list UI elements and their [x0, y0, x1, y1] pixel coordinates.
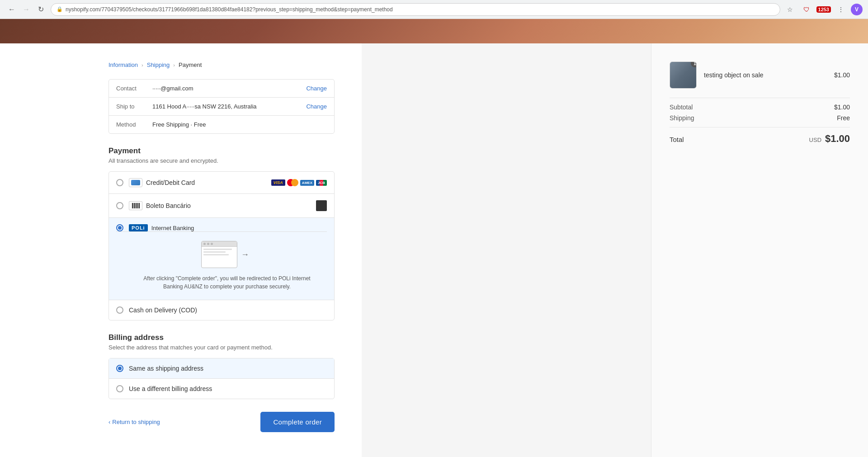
billing-subtitle: Select the address that matches your car… — [108, 344, 335, 351]
ship-to-row: Ship to 1161 Hood A·····sa NSW 2216, Aus… — [109, 98, 334, 116]
divider-2 — [670, 127, 850, 127]
back-arrow-icon: ‹ — [108, 419, 110, 425]
complete-order-button[interactable]: Complete order — [260, 412, 335, 432]
poli-option-header: POLi Internet Banking — [116, 224, 327, 231]
browser-chrome: ← → ↻ 🔒 nyshopify.com/7704379505/checkou… — [0, 0, 868, 19]
method-value: Free Shipping · Free — [152, 121, 327, 128]
boleto-icon — [129, 201, 142, 210]
contact-change-link[interactable]: Change — [306, 85, 327, 92]
boleto-radio — [116, 202, 123, 209]
footer-actions: ‹ Return to shipping Complete order — [108, 412, 335, 432]
cod-name: Cash on Delivery (COD) — [129, 306, 327, 314]
shipping-cost-label: Shipping — [670, 114, 694, 122]
contact-label: Contact — [116, 85, 152, 92]
credit-debit-radio — [116, 179, 123, 186]
contact-row: Contact ·····@gmail.com Change — [109, 80, 334, 98]
breadcrumb-shipping[interactable]: Shipping — [147, 61, 170, 68]
mastercard-logo — [287, 179, 298, 186]
product-row: 1 testing object on sale $1.00 — [670, 61, 850, 89]
total-row: Total USD $1.00 — [670, 133, 850, 145]
store-banner — [0, 19, 868, 43]
payment-options-list: Credit/Debit Card VISA AMEX JCB — [108, 171, 335, 320]
total-amount: USD $1.00 — [809, 133, 850, 145]
same-address-radio — [116, 365, 123, 372]
total-currency: USD — [809, 137, 821, 143]
billing-option-same[interactable]: Same as shipping address — [109, 358, 334, 379]
divider-1 — [670, 98, 850, 98]
billing-title: Billing address — [108, 333, 335, 342]
back-button[interactable]: ← — [5, 3, 18, 16]
card-logos: VISA AMEX JCB — [271, 179, 327, 186]
credit-card-icon — [129, 178, 142, 187]
total-label: Total — [670, 136, 684, 143]
shield-icon[interactable]: 🛡 — [800, 3, 813, 16]
ship-to-label: Ship to — [116, 103, 152, 110]
address-bar[interactable]: 🔒 nyshopify.com/7704379505/checkouts/317… — [51, 3, 780, 16]
payment-title: Payment — [108, 146, 335, 155]
boleto-name: Boleto Bancário — [129, 201, 316, 210]
browser-right-icons: ☆ 🛡 1253 ⋮ V — [784, 3, 863, 16]
ship-to-change-link[interactable]: Change — [306, 103, 327, 110]
bookmark-icon[interactable]: ☆ — [784, 3, 797, 16]
contact-value: ·····@gmail.com — [152, 85, 306, 92]
payment-option-poli[interactable]: POLi Internet Banking — [109, 218, 334, 300]
lock-icon: 🔒 — [57, 6, 63, 12]
credit-debit-name: Credit/Debit Card — [129, 178, 271, 187]
payment-section: Payment All transactions are secure and … — [108, 146, 335, 320]
order-summary-sidebar: 1 testing object on sale $1.00 Subtotal … — [651, 43, 868, 457]
reload-button[interactable]: ↻ — [34, 3, 47, 16]
method-row: Method Free Shipping · Free — [109, 116, 334, 133]
billing-section: Billing address Select the address that … — [108, 333, 335, 399]
url-text: nyshopify.com/7704379505/checkouts/31771… — [66, 6, 393, 13]
subtotal-value: $1.00 — [834, 104, 850, 111]
boleto-qr-icon — [316, 200, 327, 211]
different-address-label: Use a different billing address — [129, 385, 212, 392]
poli-arrow-icon: → — [241, 250, 249, 259]
breadcrumb: Information › Shipping › Payment — [108, 61, 335, 68]
payment-option-cod[interactable]: Cash on Delivery (COD) — [109, 300, 334, 320]
breadcrumb-sep-2: › — [173, 62, 175, 68]
payment-option-boleto[interactable]: Boleto Bancário — [109, 194, 334, 218]
poli-name: POLi Internet Banking — [129, 224, 327, 231]
billing-option-different[interactable]: Use a different billing address — [109, 379, 334, 399]
poli-radio — [116, 224, 123, 231]
browser-nav-buttons: ← → ↻ — [5, 3, 47, 16]
subtotal-row: Subtotal $1.00 — [670, 104, 850, 111]
total-value: $1.00 — [825, 133, 850, 144]
shipping-cost-value: Free — [837, 114, 850, 122]
notification-badge[interactable]: 1253 — [816, 6, 831, 13]
cod-radio — [116, 306, 123, 314]
visa-logo: VISA — [271, 179, 285, 186]
product-name: testing object on sale — [704, 71, 827, 79]
payment-option-credit-debit[interactable]: Credit/Debit Card VISA AMEX JCB — [109, 172, 334, 194]
poli-logo-badge: POLi — [129, 224, 148, 231]
profile-avatar[interactable]: V — [851, 4, 863, 15]
poli-expanded-content: → After clicking "Complete order", you w… — [116, 231, 327, 300]
product-price: $1.00 — [834, 71, 850, 79]
poli-description-text: After clicking "Complete order", you wil… — [134, 274, 320, 291]
amex-logo: AMEX — [300, 180, 314, 186]
breadcrumb-payment: Payment — [179, 61, 202, 68]
different-address-radio — [116, 385, 123, 392]
return-to-shipping-link[interactable]: ‹ Return to shipping — [108, 419, 160, 425]
forward-button[interactable]: → — [20, 3, 33, 16]
order-info-box: Contact ·····@gmail.com Change Ship to 1… — [108, 79, 335, 134]
poli-illustration: → — [134, 241, 320, 268]
billing-options-list: Same as shipping address Use a different… — [108, 358, 335, 399]
jcb-logo: JCB — [316, 180, 327, 186]
shipping-row: Shipping Free — [670, 114, 850, 122]
payment-subtitle: All transactions are secure and encrypte… — [108, 157, 335, 164]
menu-icon[interactable]: ⋮ — [835, 3, 847, 16]
breadcrumb-information[interactable]: Information — [108, 61, 138, 68]
subtotal-label: Subtotal — [670, 104, 693, 111]
breadcrumb-sep-1: › — [142, 62, 143, 68]
main-content: Information › Shipping › Payment Contact… — [0, 43, 362, 457]
same-address-label: Same as shipping address — [129, 365, 203, 372]
product-image: 1 — [670, 61, 697, 89]
ship-to-value: 1161 Hood A·····sa NSW 2216, Australia — [152, 103, 306, 110]
method-label: Method — [116, 121, 152, 128]
poli-window-mockup — [201, 241, 237, 268]
